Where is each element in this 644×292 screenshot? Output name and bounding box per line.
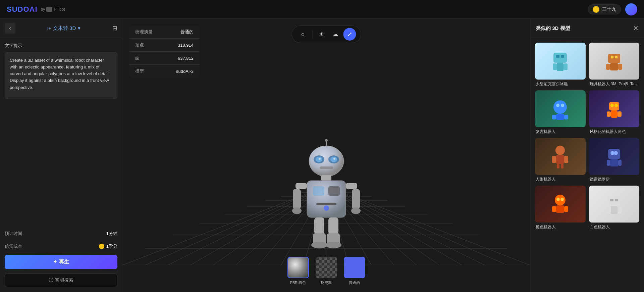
material-pbr-thumb [287, 257, 309, 278]
svg-rect-46 [296, 183, 307, 189]
material-reflect-thumb [316, 257, 337, 278]
model-card-5[interactable]: 德雷德罗伊 [589, 138, 640, 182]
chevron-down-icon: ▾ [78, 25, 80, 31]
texture-quality-label: 纹理质量 [135, 29, 153, 35]
material-pbr[interactable]: PBR 着色 [287, 257, 309, 285]
model-card-4[interactable]: 人形机器人 [535, 138, 586, 182]
model-card-2[interactable]: 复古机器人 [535, 90, 586, 135]
model-card-6[interactable]: 橙色机器人 [535, 186, 586, 230]
material-reflect[interactable]: 反照率 [316, 257, 337, 285]
topnav: SUDOAI by Hillbot 三十九 [0, 0, 644, 19]
svg-rect-79 [618, 111, 622, 117]
svg-rect-49 [346, 183, 357, 189]
app-logo: SUDOAI [7, 5, 38, 14]
svg-point-82 [555, 146, 565, 155]
model-value: sudoAI-3 [176, 69, 194, 74]
model-name-4: 人形机器人 [535, 177, 586, 182]
faces-row: 面 637,812 [129, 52, 200, 65]
svg-rect-42 [313, 186, 324, 196]
model-thumb-3 [589, 90, 640, 127]
material-plain[interactable]: 普通的 [344, 257, 365, 285]
svg-rect-101 [610, 199, 613, 201]
svg-rect-41 [307, 181, 346, 217]
right-sidebar: 类似的 3D 模型 ✕ 大型尼克塞尔冰雕 [530, 19, 644, 292]
svg-point-37 [319, 158, 321, 160]
svg-point-80 [610, 104, 614, 107]
right-sidebar-header: 类似的 3D 模型 ✕ [530, 19, 644, 38]
book-button[interactable]: ⊟ [112, 25, 117, 32]
svg-point-99 [560, 198, 564, 201]
vertices-row: 顶点 318,914 [129, 39, 200, 52]
svg-rect-102 [615, 199, 618, 201]
svg-rect-103 [611, 206, 618, 214]
credit-cost-row: 信贷成本 1学分 [0, 240, 122, 253]
model-thumb-6 [535, 186, 586, 223]
smart-search-button[interactable]: ◎ 智能搜索 [5, 273, 117, 287]
by-label: by Hillbot [41, 7, 65, 12]
texture-quality-row: 纹理质量 普通的 [129, 26, 200, 39]
svg-rect-71 [556, 114, 564, 120]
share-button[interactable]: ⤢ [343, 28, 356, 41]
action-toolbar: ○ ☀ ☁ ⤢ [291, 26, 361, 43]
coin-badge[interactable]: 三十九 [588, 4, 621, 14]
avatar-button[interactable] [625, 3, 637, 15]
svg-rect-68 [606, 64, 610, 70]
model-name-3: 风格化的机器人角色 [589, 129, 640, 135]
logo-area: SUDOAI by Hillbot [7, 5, 65, 14]
regenerate-button[interactable]: ✦ 再生 [5, 255, 117, 269]
svg-rect-43 [328, 186, 340, 196]
model-card-0[interactable]: 大型尼克塞尔冰雕 [535, 43, 586, 87]
cloud-button[interactable]: ☁ [329, 28, 342, 41]
svg-point-31 [325, 139, 328, 142]
sphere-view-button[interactable]: ○ [297, 28, 309, 41]
svg-rect-47 [293, 189, 301, 209]
back-button[interactable]: ‹ [5, 23, 15, 34]
credit-coin-icon [99, 244, 104, 249]
mode-icon: I+ [47, 26, 51, 31]
model-card-1[interactable]: 玩具机器人 3M_Proj5_TaylorEnwrig [589, 43, 640, 87]
stats-panel: 纹理质量 普通的 顶点 318,914 面 637,812 模型 sudoAI-… [129, 26, 200, 78]
svg-rect-104 [607, 207, 611, 213]
material-plain-thumb [344, 257, 365, 278]
svg-rect-89 [610, 159, 618, 166]
models-grid: 大型尼克塞尔冰雕 玩具机器人 3M_Proj5_TaylorEnwrig [530, 38, 644, 235]
main-layout: ‹ I+ 文本转 3D ▾ ⊟ 文字提示 Create a 3D asset o… [0, 19, 644, 292]
left-sidebar: ‹ I+ 文本转 3D ▾ ⊟ 文字提示 Create a 3D asset o… [0, 19, 122, 292]
light-button[interactable]: ☀ [315, 28, 328, 41]
model-name-6: 橙色机器人 [535, 224, 586, 230]
svg-rect-93 [618, 160, 622, 166]
model-name-1: 玩具机器人 3M_Proj5_TaylorEnwrig [589, 81, 640, 87]
model-name-7: 白色机器人 [589, 224, 640, 230]
svg-rect-58 [553, 53, 567, 63]
svg-point-98 [556, 198, 560, 201]
mode-selector[interactable]: I+ 文本转 3D ▾ [18, 25, 110, 32]
svg-rect-52 [314, 217, 324, 234]
svg-rect-85 [564, 156, 568, 163]
credit-label: 信贷成本 [5, 243, 22, 249]
close-button[interactable]: ✕ [633, 24, 639, 32]
model-card-3[interactable]: 风格化的机器人角色 [589, 90, 640, 135]
robot-model [283, 138, 370, 252]
model-thumb-0 [535, 43, 586, 80]
prompt-label: 文字提示 [5, 43, 117, 49]
material-reflect-label: 反照率 [321, 280, 332, 285]
prompt-section: 文字提示 Create a 3D asset of a whimsical ro… [0, 38, 122, 99]
svg-rect-39 [320, 166, 333, 169]
model-thumb-7 [589, 186, 640, 223]
prompt-box[interactable]: Create a 3D asset of a whimsical robot c… [5, 52, 117, 99]
svg-rect-105 [618, 207, 622, 213]
material-selector: PBR 着色 反照率 普通的 [287, 257, 365, 285]
faces-value: 637,812 [178, 56, 194, 61]
model-label: 模型 [135, 68, 144, 74]
credit-value: 1学分 [99, 243, 117, 249]
svg-point-51 [351, 207, 361, 214]
svg-rect-55 [328, 217, 338, 234]
svg-point-38 [333, 158, 335, 160]
center-area: 纹理质量 普通的 顶点 318,914 面 637,812 模型 sudoAI-… [122, 19, 530, 292]
right-sidebar-title: 类似的 3D 模型 [536, 25, 570, 32]
model-card-7[interactable]: 白色机器人 [589, 186, 640, 230]
svg-rect-84 [552, 156, 556, 163]
svg-rect-61 [557, 63, 564, 71]
svg-point-44 [324, 205, 329, 211]
estimated-time-label: 预计时间 [5, 231, 22, 237]
